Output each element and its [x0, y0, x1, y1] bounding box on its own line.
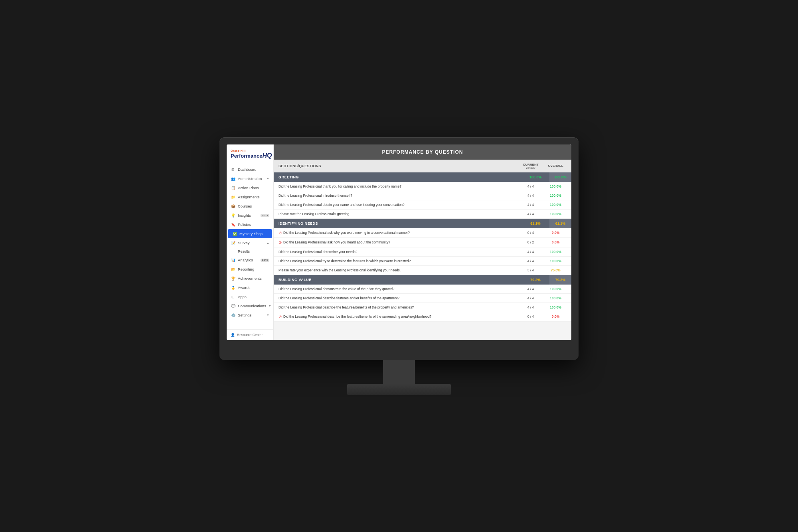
- table-row: Did the Leasing Professional describe fe…: [274, 294, 571, 303]
- resource-center[interactable]: 👤 Resource Center: [227, 329, 273, 340]
- section-label: GREETING: [279, 175, 521, 179]
- sidebar-item-mystery-shop[interactable]: ✅ Mystery Shop: [228, 229, 272, 238]
- error-icon: ⊘: [279, 231, 282, 235]
- score-current: 4 / 4: [517, 250, 545, 254]
- score-current: 4 / 4: [517, 305, 545, 309]
- section-label: BUILDING VALUE: [279, 278, 521, 282]
- awards-icon: 🥇: [231, 286, 235, 290]
- sidebar-item-label: Achievements: [238, 276, 269, 281]
- sidebar-item-assignments[interactable]: 📁 Assignments: [227, 192, 273, 202]
- table-row: ⊘ Did the Leasing Professional ask why y…: [274, 228, 571, 238]
- sidebar-item-label: Dashboard: [238, 167, 269, 172]
- score-current: 4 / 4: [517, 259, 545, 263]
- administration-icon: 👥: [231, 177, 235, 181]
- sidebar-item-dashboard[interactable]: ⊞ Dashboard: [227, 165, 273, 174]
- sidebar-item-awards[interactable]: 🥇 Awards: [227, 283, 273, 292]
- sidebar-item-apps[interactable]: ⊞ Apps: [227, 292, 273, 301]
- resource-center-label: Resource Center: [237, 333, 263, 337]
- score-overall: 100.0%: [545, 250, 567, 254]
- score-overall: 75.0%: [545, 268, 567, 272]
- policies-icon: 🔖: [231, 223, 235, 227]
- section-building-value: BUILDING VALUE 79.2% 79.2%: [274, 275, 571, 285]
- score-current: 4 / 4: [517, 184, 545, 188]
- sidebar-item-administration[interactable]: 👥 Administration ▼: [227, 174, 273, 183]
- table-header: SECTIONS/QUESTIONS CURRENT 244829 OVERAL…: [274, 160, 571, 172]
- section-score-current: 61.1%: [521, 222, 549, 225]
- section-score-overall: 79.2%: [549, 275, 571, 285]
- sidebar-item-reporting[interactable]: 📂 Reporting: [227, 265, 273, 274]
- apps-icon: ⊞: [231, 295, 235, 299]
- table-row: Please rate your experience with the Lea…: [274, 266, 571, 275]
- section-greeting: GREETING 100.0% 100.0%: [274, 172, 571, 182]
- sidebar-item-label: Administration: [238, 176, 264, 181]
- courses-icon: 📦: [231, 204, 235, 208]
- section-score-current: 79.2%: [521, 278, 549, 282]
- nav-menu: ⊞ Dashboard 👥 Administration ▼ 📋 Action …: [227, 163, 273, 329]
- question-text: Did the Leasing Professional determine y…: [279, 250, 517, 254]
- sidebar-item-courses[interactable]: 📦 Courses: [227, 202, 273, 211]
- sidebar-item-label: Settings: [238, 313, 264, 317]
- survey-icon: 📝: [231, 241, 235, 245]
- beta-badge: BETA: [261, 214, 269, 217]
- question-text: Did the Leasing Professional try to dete…: [279, 259, 517, 263]
- sidebar-item-action-plans[interactable]: 📋 Action Plans: [227, 183, 273, 192]
- sidebar-sub-item-results[interactable]: Results: [227, 247, 273, 255]
- score-overall: 100.0%: [545, 305, 567, 309]
- product-name: PerformanceHQ: [231, 152, 269, 159]
- table-row: Did the Leasing Professional thank you f…: [274, 182, 571, 191]
- chevron-down-icon: ▼: [269, 305, 271, 307]
- col-header-current: CURRENT 244829: [517, 163, 545, 169]
- sidebar-item-label: Survey: [238, 241, 264, 245]
- table-row: Please rate the Leasing Professional's g…: [274, 210, 571, 219]
- sidebar-item-label: Apps: [238, 295, 269, 299]
- sidebar-item-label: Courses: [238, 204, 269, 208]
- question-text: Did the Leasing Professional thank you f…: [279, 184, 517, 188]
- monitor-stand-neck: [383, 360, 415, 384]
- question-text: Please rate your experience with the Lea…: [279, 268, 517, 272]
- chevron-down-icon: ▼: [267, 314, 269, 316]
- sidebar-item-label: Reporting: [238, 267, 269, 271]
- table-row: Did the Leasing Professional try to dete…: [274, 257, 571, 266]
- achievements-icon: 🏆: [231, 277, 235, 281]
- sidebar-item-communications[interactable]: 💬 Communications ▼: [227, 301, 273, 310]
- score-overall: 100.0%: [545, 184, 567, 188]
- score-overall: 0.0%: [545, 231, 567, 235]
- sidebar-item-label: Communications: [238, 304, 266, 308]
- section-score-current: 100.0%: [521, 175, 549, 179]
- monitor: Grace Hill PerformanceHQ ⊞ Dashboard 👥 A…: [219, 137, 579, 395]
- analytics-icon: 📊: [231, 258, 235, 262]
- brand-name: Grace Hill: [231, 149, 269, 152]
- page-title: PERFORMANCE BY QUESTION: [274, 144, 571, 160]
- mystery-shop-icon: ✅: [232, 232, 237, 236]
- score-overall: 100.0%: [545, 203, 567, 207]
- question-text: ⊘ Did the Leasing Professional ask how y…: [279, 240, 517, 245]
- score-overall: 100.0%: [545, 212, 567, 216]
- sidebar-item-analytics[interactable]: 📊 Analytics BETA: [227, 255, 273, 265]
- sidebar-item-label: Policies: [238, 222, 269, 227]
- question-text: ⊘ Did the Leasing Professional describe …: [279, 314, 517, 319]
- communications-icon: 💬: [231, 304, 235, 308]
- chevron-up-icon: ▲: [267, 241, 269, 244]
- table-row: Did the Leasing Professional demonstrate…: [274, 285, 571, 294]
- table-row: Did the Leasing Professional determine y…: [274, 247, 571, 257]
- sidebar-item-achievements[interactable]: 🏆 Achievements: [227, 274, 273, 283]
- question-text: Did the Leasing Professional describe th…: [279, 305, 517, 309]
- score-current: 0 / 4: [517, 314, 545, 318]
- resource-center-icon: 👤: [231, 333, 235, 337]
- score-current: 0 / 2: [517, 240, 545, 244]
- sidebar-item-label: Analytics: [238, 258, 258, 262]
- sidebar-item-settings[interactable]: ⚙️ Settings ▼: [227, 310, 273, 320]
- settings-icon: ⚙️: [231, 313, 235, 317]
- dashboard-icon: ⊞: [231, 168, 235, 172]
- sidebar-item-insights[interactable]: 💡 Insights BETA: [227, 211, 273, 220]
- error-icon: ⊘: [279, 314, 282, 319]
- table-row: Did the Leasing Professional introduce t…: [274, 191, 571, 200]
- question-text: Please rate the Leasing Professional's g…: [279, 212, 517, 216]
- score-current: 4 / 4: [517, 194, 545, 198]
- assignments-icon: 📁: [231, 195, 235, 199]
- sidebar-item-survey[interactable]: 📝 Survey ▲: [227, 238, 273, 247]
- insights-icon: 💡: [231, 214, 235, 218]
- sidebar-item-policies[interactable]: 🔖 Policies: [227, 220, 273, 229]
- sub-item-label: Results: [238, 249, 250, 253]
- score-current: 4 / 4: [517, 203, 545, 207]
